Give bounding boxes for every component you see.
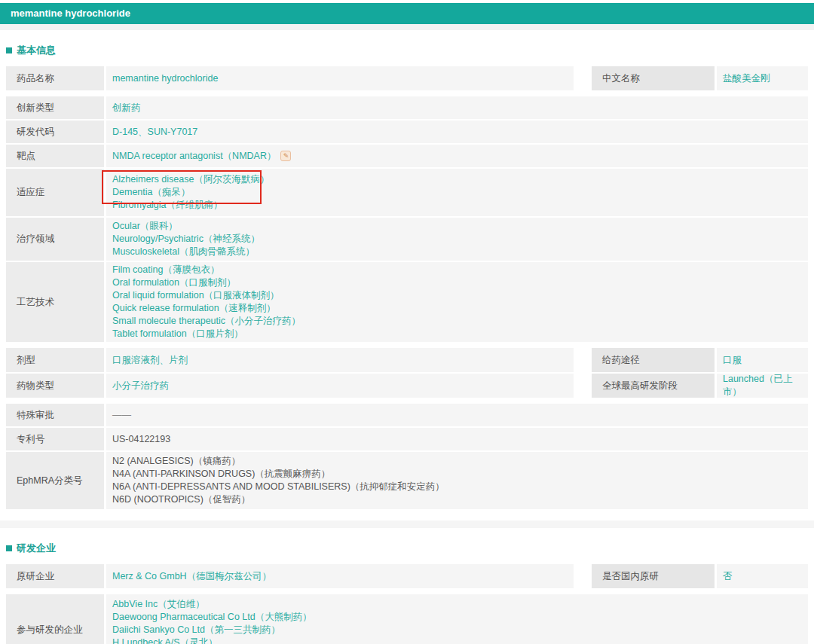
column-gap (574, 66, 592, 90)
label-therapy-area: 治疗领域 (6, 218, 104, 261)
cell-global-stage: Launched（已上市） (717, 374, 808, 398)
partner-link[interactable]: AbbVie Inc（艾伯维） (112, 598, 205, 611)
technology-link[interactable]: Small molecule therapeutic（小分子治疗药） (112, 315, 301, 328)
technology-link[interactable]: Film coating（薄膜包衣） (112, 264, 219, 276)
column-gap (574, 374, 592, 398)
route-link[interactable]: 口服 (723, 354, 742, 367)
innovation-type-link[interactable]: 创新药 (112, 102, 141, 114)
table-row: 靶点 NMDA receptor antagonist（NMDAR） ✎ (6, 145, 808, 167)
cell-originator: Merz & Co GmbH（德国梅尔兹公司） (106, 564, 574, 588)
column-gap (574, 564, 592, 588)
basic-info-table: 药品名称 memantine hydrochloride 中文名称 盐酸美金刚 … (6, 66, 808, 509)
cell-therapy-area: Ocular（眼科） Neurology/Psychiatric（神经系统） M… (106, 218, 808, 261)
global-stage-link[interactable]: Launched（已上市） (723, 373, 808, 398)
label-rd-code: 研发代码 (6, 121, 104, 143)
therapy-area-link[interactable]: Neurology/Psychiatric（神经系统） (112, 233, 260, 246)
cell-domestic-origin: 否 (717, 564, 808, 588)
table-row: 特殊审批 —— (6, 404, 808, 426)
cell-indication: Alzheimers disease（阿尔茨海默病） Dementia（痴呆） … (106, 169, 808, 216)
cell-technology: Film coating（薄膜包衣） Oral formulation（口服制剂… (106, 262, 808, 342)
label-drug-type: 药物类型 (6, 374, 104, 398)
cell-patent-no: US-04122193 (106, 428, 808, 450)
table-row: 工艺技术 Film coating（薄膜包衣） Oral formulation… (6, 262, 808, 342)
cell-drug-name: memantine hydrochloride (106, 66, 574, 90)
drug-name-link[interactable]: memantine hydrochloride (112, 73, 218, 84)
cell-drug-type: 小分子治疗药 (106, 374, 574, 398)
cell-partners: AbbVie Inc（艾伯维） Daewoong Pharmaceutical … (106, 594, 808, 644)
label-patent-no: 专利号 (6, 428, 104, 450)
target-link[interactable]: NMDA receptor antagonist（NMDAR） (112, 150, 276, 163)
table-row: 专利号 US-04122193 (6, 428, 808, 450)
table-row: 研发代码 D-145、SUN-Y7017 (6, 121, 808, 143)
technology-link[interactable]: Oral formulation（口服制剂） (112, 276, 236, 289)
label-target: 靶点 (6, 145, 104, 167)
therapy-area-link[interactable]: Ocular（眼科） (112, 220, 178, 233)
technology-link[interactable]: Oral liquid formulation（口服液体制剂） (112, 289, 280, 302)
table-row: 药品名称 memantine hydrochloride 中文名称 盐酸美金刚 (6, 66, 808, 90)
label-domestic-origin: 是否国内原研 (592, 564, 715, 588)
cell-ephmra: N2 (ANALGESICS)（镇痛药） N4A (ANTI-PARKINSON… (106, 452, 808, 509)
table-row: 原研企业 Merz & Co GmbH（德国梅尔兹公司） 是否国内原研 否 (6, 564, 808, 588)
patent-no-value: US-04122193 (112, 434, 170, 444)
section-header-rd-companies: 研发企业 (6, 542, 814, 555)
table-row: EphMRA分类号 N2 (ANALGESICS)（镇痛药） N4A (ANTI… (6, 452, 808, 509)
indication-link[interactable]: Dementia（痴呆） (112, 186, 191, 199)
column-gap (574, 348, 592, 372)
label-ephmra: EphMRA分类号 (6, 452, 104, 509)
ephmra-line: N2 (ANALGESICS)（镇痛药） (112, 455, 240, 468)
table-row: 剂型 口服溶液剂、片剂 给药途径 口服 (6, 348, 808, 372)
header-divider (0, 24, 814, 30)
cell-target: NMDA receptor antagonist（NMDAR） ✎ (106, 145, 808, 167)
ephmra-line: N6A (ANTI-DEPRESSANTS AND MOOD STABILISE… (112, 481, 445, 493)
cell-route: 口服 (717, 348, 808, 372)
table-row: 创新类型 创新药 (6, 96, 808, 119)
drug-type-link[interactable]: 小分子治疗药 (112, 380, 169, 392)
section-header-basic-info: 基本信息 (6, 44, 814, 57)
label-technology: 工艺技术 (6, 262, 104, 342)
ephmra-line: N4A (ANTI-PARKINSON DRUGS)（抗震颤麻痹药） (112, 468, 330, 481)
indication-link[interactable]: Fibromyalgia（纤维肌痛） (112, 199, 223, 212)
table-row: 适应症 Alzheimers disease（阿尔茨海默病） Dementia（… (6, 169, 808, 216)
partner-link[interactable]: Daewoong Pharmaceutical Co Ltd（大熊制药） (112, 611, 312, 624)
partner-link[interactable]: Daiichi Sankyo Co Ltd（第一三共制药） (112, 624, 280, 636)
label-cn-name: 中文名称 (592, 66, 715, 90)
label-originator: 原研企业 (6, 564, 104, 588)
domestic-origin-value[interactable]: 否 (723, 570, 733, 583)
label-global-stage: 全球最高研发阶段 (592, 374, 715, 398)
edit-note-icon[interactable]: ✎ (280, 151, 291, 161)
indication-link[interactable]: Alzheimers disease（阿尔茨海默病） (112, 173, 269, 186)
label-special-approval: 特殊审批 (6, 404, 104, 426)
section-title: 研发企业 (17, 542, 56, 555)
cell-special-approval: —— (106, 404, 808, 426)
section-bullet-icon (6, 47, 12, 53)
ephmra-line: N6D (NOOTROPICS)（促智药） (112, 493, 250, 506)
label-route: 给药途径 (592, 348, 715, 372)
dosage-form-link[interactable]: 口服溶液剂、片剂 (112, 354, 188, 367)
cell-rd-code: D-145、SUN-Y7017 (106, 121, 808, 143)
cn-name-link[interactable]: 盐酸美金刚 (723, 72, 770, 85)
technology-link[interactable]: Tablet formulation（口服片剂） (112, 328, 243, 340)
section-divider (0, 520, 814, 528)
technology-link[interactable]: Quick release formulation（速释制剂） (112, 302, 276, 315)
label-indication: 适应症 (6, 169, 104, 216)
table-row: 参与研发的企业 AbbVie Inc（艾伯维） Daewoong Pharmac… (6, 594, 808, 644)
label-innovation-type: 创新类型 (6, 96, 104, 119)
originator-link[interactable]: Merz & Co GmbH（德国梅尔兹公司） (112, 570, 271, 583)
cell-innovation-type: 创新药 (106, 96, 808, 119)
label-drug-name: 药品名称 (6, 66, 104, 90)
section-bullet-icon (6, 545, 12, 551)
special-approval-value: —— (112, 410, 131, 420)
cell-dosage-form: 口服溶液剂、片剂 (106, 348, 574, 372)
table-row: 药物类型 小分子治疗药 全球最高研发阶段 Launched（已上市） (6, 374, 808, 398)
page-title: memantine hydrochloride (0, 3, 814, 24)
rd-code-link[interactable]: D-145、SUN-Y7017 (112, 126, 197, 139)
rd-companies-table: 原研企业 Merz & Co GmbH（德国梅尔兹公司） 是否国内原研 否 参与… (6, 564, 808, 644)
section-title: 基本信息 (17, 44, 56, 57)
table-row: 治疗领域 Ocular（眼科） Neurology/Psychiatric（神经… (6, 218, 808, 261)
label-dosage-form: 剂型 (6, 348, 104, 372)
label-partners: 参与研发的企业 (6, 594, 104, 644)
therapy-area-link[interactable]: Musculoskeletal（肌肉骨骼系统） (112, 246, 255, 258)
cell-cn-name: 盐酸美金刚 (717, 66, 808, 90)
partner-link[interactable]: H Lundbeck A/S（灵北） (112, 636, 218, 644)
